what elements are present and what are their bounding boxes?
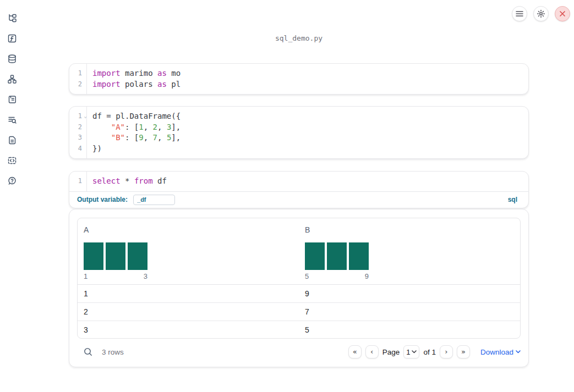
last-page-button[interactable]: »: [457, 345, 470, 358]
sidebar-item-file-explorer[interactable]: [7, 13, 17, 23]
code-line[interactable]: "B": [9, 7, 5],: [92, 132, 528, 143]
histogram-bar[interactable]: [327, 242, 347, 270]
sql-cell-footer: Output variable: sql: [69, 192, 528, 208]
sidebar-item-dependencies[interactable]: [7, 74, 17, 84]
code-cell-imports[interactable]: 12 import marimo as moimport polars as p…: [69, 63, 529, 95]
code-cell-dataframe[interactable]: 1⌄234 df = pl.DataFrame({ "A": [1, 2, 3]…: [69, 106, 529, 159]
sidebar-item-scratchpad[interactable]: [7, 95, 17, 104]
gear-icon: [537, 9, 545, 18]
line-number-gutter: 1: [69, 172, 87, 191]
table-cell: 5: [299, 325, 520, 334]
table-footer: 3 rows « ‹ Page 1 of 1 › » Download: [77, 342, 521, 362]
line-number-gutter: 1⌄234: [69, 107, 87, 158]
fold-chevron-icon[interactable]: ⌄: [84, 111, 87, 122]
histogram-bar[interactable]: [106, 242, 125, 270]
histogram-bars: [84, 242, 147, 270]
chevron-down-icon: [412, 350, 417, 354]
histogram-bar[interactable]: [128, 242, 147, 270]
table-row[interactable]: 35: [78, 321, 520, 339]
help-icon: [7, 176, 17, 186]
row-count-label: 3 rows: [102, 348, 124, 356]
sidebar: [0, 0, 24, 392]
axis-min-label: 1: [84, 272, 88, 280]
code-editor[interactable]: df = pl.DataFrame({ "A": [1, 2, 3], "B":…: [87, 107, 528, 158]
scroll-icon: [7, 95, 17, 104]
page-label: Page: [382, 348, 400, 356]
table-cell: 3: [78, 325, 299, 334]
sidebar-item-snippets[interactable]: [7, 156, 17, 165]
line-number: 1: [69, 176, 82, 187]
code-line[interactable]: df = pl.DataFrame({: [92, 111, 528, 122]
column-name: B: [305, 225, 520, 234]
prev-page-icon: ‹: [370, 347, 373, 356]
histogram-bar[interactable]: [305, 242, 325, 270]
code-line[interactable]: select * from df: [92, 176, 528, 187]
download-button[interactable]: Download: [480, 348, 521, 356]
line-number: 2: [69, 122, 82, 133]
table-row[interactable]: 27: [78, 303, 520, 321]
line-number: 2: [69, 79, 82, 90]
axis-max-label: 3: [144, 272, 147, 280]
line-number: 3: [69, 132, 82, 143]
table-cell: 9: [299, 289, 520, 298]
first-page-icon: «: [353, 347, 357, 356]
hamburger-icon: [516, 10, 523, 17]
search-button[interactable]: [83, 347, 93, 357]
line-number-gutter: 12: [69, 64, 87, 94]
sql-cell[interactable]: 1 select * from df Output variable: sql: [69, 171, 529, 208]
code-editor[interactable]: select * from df: [87, 172, 528, 191]
column-name: A: [84, 225, 299, 234]
language-badge: sql: [508, 196, 517, 203]
dataframe-table: A13B59 192735: [77, 218, 521, 339]
sidebar-item-datasources[interactable]: [7, 54, 17, 64]
page-select[interactable]: 1: [403, 345, 419, 358]
page-select-value: 1: [406, 348, 410, 356]
sidebar-item-functions[interactable]: [7, 34, 17, 43]
line-number: 1⌄: [69, 111, 82, 122]
close-button[interactable]: [555, 6, 570, 21]
table-cell: 7: [299, 307, 520, 316]
dependency-graph-icon: [7, 74, 17, 84]
table-column-header[interactable]: A13: [78, 225, 299, 284]
sidebar-item-logs[interactable]: [7, 115, 17, 125]
histogram-axis: 13: [84, 272, 147, 280]
table-cell: 1: [78, 289, 299, 298]
database-icon: [7, 54, 17, 64]
download-label: Download: [480, 348, 513, 356]
histogram-bar[interactable]: [84, 242, 103, 270]
output-variable-label: Output variable:: [77, 196, 128, 203]
prev-page-button[interactable]: ‹: [365, 345, 379, 358]
code-snippets-icon: [7, 156, 17, 165]
column-histogram: 59: [305, 242, 369, 280]
code-line[interactable]: "A": [1, 2, 3],: [92, 122, 528, 133]
column-histogram: 13: [84, 242, 147, 280]
code-line[interactable]: import marimo as mo: [92, 68, 528, 79]
first-page-button[interactable]: «: [348, 345, 362, 358]
output-variable-input[interactable]: [133, 195, 175, 205]
code-line[interactable]: import polars as pl: [92, 79, 528, 90]
search-icon: [83, 347, 93, 357]
logs-search-icon: [7, 115, 17, 125]
table-body: 192735: [78, 285, 520, 339]
settings-button[interactable]: [533, 6, 549, 21]
axis-max-label: 9: [365, 272, 369, 280]
menu-button[interactable]: [512, 6, 527, 21]
sidebar-item-help[interactable]: [7, 176, 17, 186]
line-number: 4: [69, 143, 82, 154]
function-icon: [7, 34, 17, 43]
code-editor[interactable]: import marimo as moimport polars as pl: [87, 64, 528, 94]
next-page-button[interactable]: ›: [440, 345, 453, 358]
notebook-filename: sql_demo.py: [69, 34, 529, 42]
chevron-down-icon: [516, 350, 521, 354]
next-page-icon: ›: [445, 347, 447, 356]
pagination: « ‹ Page 1 of 1 › » Download: [348, 345, 521, 358]
sidebar-item-documentation[interactable]: [7, 135, 17, 145]
notebook: 12 import marimo as moimport polars as p…: [69, 63, 529, 367]
sql-output-panel: A13B59 192735 3 rows « ‹ Page 1: [69, 209, 529, 367]
histogram-axis: 59: [305, 272, 369, 280]
table-row[interactable]: 19: [78, 285, 520, 303]
table-column-header[interactable]: B59: [299, 225, 520, 284]
table-cell: 2: [78, 307, 299, 316]
code-line[interactable]: }): [92, 143, 528, 154]
histogram-bar[interactable]: [349, 242, 369, 270]
